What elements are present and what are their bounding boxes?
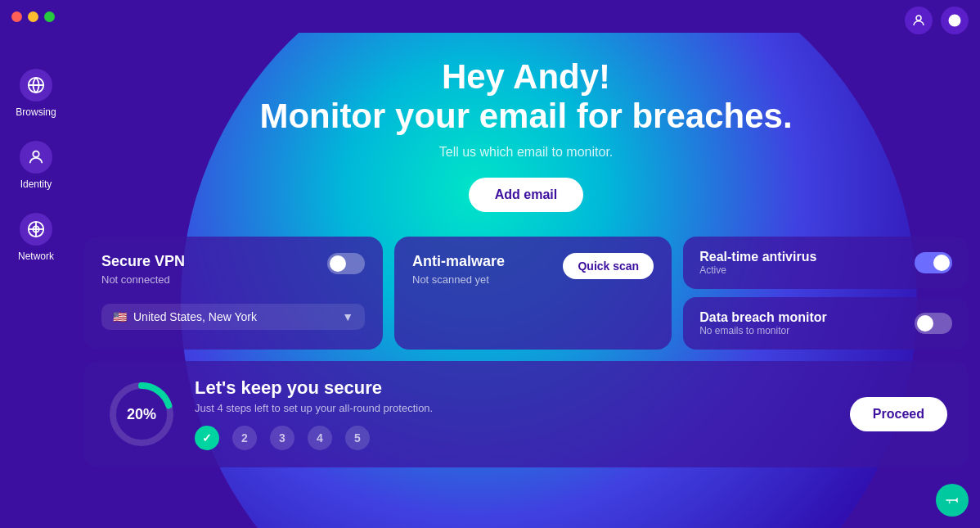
sidebar-item-browsing[interactable]: Browsing bbox=[0, 57, 72, 129]
steps-row: ✓ 2 3 4 5 bbox=[195, 426, 834, 450]
titlebar bbox=[0, 0, 980, 33]
identity-label: Identity bbox=[20, 178, 52, 190]
hero-title: Hey Andy! Monitor your email for breache… bbox=[259, 57, 792, 137]
antivirus-status: Active bbox=[699, 264, 816, 276]
close-button[interactable] bbox=[11, 11, 22, 22]
step-2[interactable]: 2 bbox=[232, 426, 257, 450]
breach-toggle[interactable] bbox=[915, 313, 952, 334]
quick-scan-button[interactable]: Quick scan bbox=[563, 253, 654, 279]
identity-icon bbox=[20, 141, 52, 174]
network-label: Network bbox=[18, 250, 54, 262]
svg-point-1 bbox=[949, 15, 961, 27]
main-content: Hey Andy! Monitor your email for breache… bbox=[72, 33, 980, 528]
antivirus-toggle[interactable] bbox=[915, 252, 952, 273]
antivirus-title: Real-time antivirus bbox=[699, 250, 816, 264]
svg-point-0 bbox=[916, 16, 921, 20]
sidebar-item-network[interactable]: Network bbox=[0, 201, 72, 273]
breach-card: Data breach monitor No emails to monitor bbox=[683, 297, 969, 350]
step-5[interactable]: 5 bbox=[345, 426, 370, 450]
traffic-lights bbox=[11, 11, 55, 22]
svg-point-3 bbox=[33, 151, 38, 157]
step-1[interactable]: ✓ bbox=[195, 426, 219, 450]
network-icon bbox=[20, 213, 52, 246]
vpn-status: Not connected bbox=[101, 273, 185, 286]
user-profile-icon[interactable] bbox=[905, 7, 933, 34]
progress-info: Let's keep you secure Just 4 steps left … bbox=[195, 377, 834, 450]
antimalware-card: Anti-malware Not scanned yet Quick scan bbox=[394, 237, 672, 350]
top-right-icons bbox=[905, 7, 969, 34]
proceed-button[interactable]: Proceed bbox=[850, 397, 947, 431]
cards-row: Secure VPN Not connected 🇺🇸 United State… bbox=[72, 237, 980, 350]
vpn-title: Secure VPN bbox=[101, 253, 185, 270]
antimalware-status: Not scanned yet bbox=[412, 273, 505, 286]
sidebar-item-identity[interactable]: Identity bbox=[0, 129, 72, 201]
chevron-down-icon: ▼ bbox=[342, 310, 353, 323]
vpn-card: Secure VPN Not connected 🇺🇸 United State… bbox=[83, 237, 383, 350]
browsing-icon bbox=[20, 69, 52, 102]
maximize-button[interactable] bbox=[44, 11, 55, 22]
step-3[interactable]: 3 bbox=[270, 426, 294, 450]
antimalware-title: Anti-malware bbox=[412, 253, 505, 270]
progress-title: Let's keep you secure bbox=[195, 377, 834, 399]
step-4[interactable]: 4 bbox=[308, 426, 332, 450]
progress-card: 20% Let's keep you secure Just 4 steps l… bbox=[83, 361, 969, 467]
progress-percent: 20% bbox=[127, 405, 156, 422]
hero-subtitle: Tell us which email to monitor. bbox=[439, 145, 614, 160]
notifications-icon[interactable] bbox=[941, 7, 969, 34]
minimize-button[interactable] bbox=[28, 11, 38, 22]
vpn-location-selector[interactable]: 🇺🇸 United States, New York ▼ bbox=[101, 304, 365, 330]
flag-icon: 🇺🇸 bbox=[113, 310, 127, 323]
browsing-label: Browsing bbox=[16, 106, 56, 118]
vpn-location-text: United States, New York bbox=[133, 310, 257, 323]
progress-donut: 20% bbox=[105, 377, 178, 451]
progress-description: Just 4 steps left to set up your all-rou… bbox=[195, 402, 834, 414]
breach-status: No emails to monitor bbox=[699, 325, 827, 336]
right-cards: Real-time antivirus Active Data breach m… bbox=[683, 237, 969, 350]
sidebar: Browsing Identity Network bbox=[0, 33, 72, 528]
add-email-button[interactable]: Add email bbox=[469, 178, 583, 212]
vpn-toggle[interactable] bbox=[327, 253, 365, 274]
breach-title: Data breach monitor bbox=[699, 310, 827, 325]
megaphone-button[interactable] bbox=[936, 484, 969, 517]
antivirus-card: Real-time antivirus Active bbox=[683, 237, 969, 289]
